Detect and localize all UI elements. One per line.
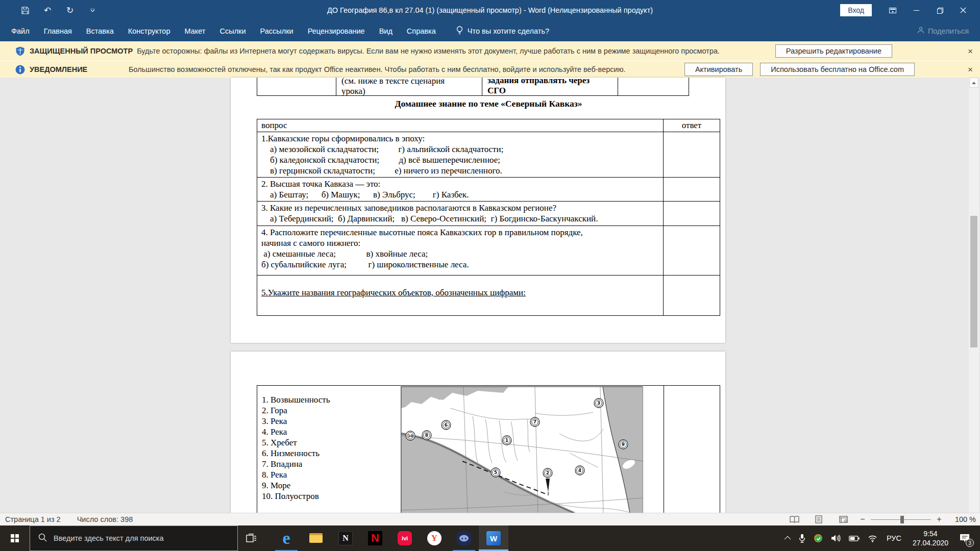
list-item: 3. Река	[262, 416, 330, 427]
list-item: 1. Возвышенность	[262, 394, 330, 405]
redo-icon[interactable]: ↻	[65, 6, 75, 15]
ribbon-display-options-icon[interactable]	[881, 0, 904, 20]
undo-icon[interactable]: ↶	[43, 6, 52, 15]
sign-in-button[interactable]: Вход	[840, 4, 872, 16]
hidden-icons-chevron-icon[interactable]	[782, 525, 795, 551]
ribbon-tab-4[interactable]: Макет	[177, 20, 212, 41]
minimize-icon[interactable]	[904, 0, 928, 20]
taskbar-app-notion[interactable]: N	[331, 525, 360, 551]
ribbon-tab-1[interactable]: Главная	[37, 20, 79, 41]
zoom-in-icon[interactable]: +	[932, 515, 946, 524]
question-line: а) мезозойской складчатости; г) альпийск…	[261, 144, 660, 155]
task-view-icon[interactable]	[238, 525, 264, 551]
clock-time: 9:54	[913, 529, 948, 538]
taskbar-clock[interactable]: 9:54 27.04.2020	[906, 529, 954, 547]
taskbar-app-ivi[interactable]: ivi	[390, 525, 420, 551]
restore-icon[interactable]	[928, 0, 951, 20]
taskbar-app-netflix[interactable]: N	[360, 525, 390, 551]
ribbon-tab-row: ФайлГлавнаяВставкаКонструкторМакетСсылки…	[0, 20, 980, 41]
question-line	[261, 298, 660, 309]
message-bar-buttons: Разрешить редактирование	[775, 44, 892, 58]
web-layout-icon[interactable]	[831, 513, 855, 525]
scrollbar-thumb[interactable]	[970, 216, 977, 347]
document-page-2: 1. Возвышенность2. Гора3. Река4. Река5. …	[231, 352, 725, 513]
list-item: 9. Море	[262, 480, 330, 491]
start-button[interactable]	[0, 525, 30, 551]
tell-me-box[interactable]: Что вы хотите сделать?	[456, 26, 549, 36]
taskbar-app-edge[interactable]: e	[272, 525, 301, 551]
map-marker-8: 8	[422, 431, 431, 440]
map-marker-9: 9	[619, 440, 628, 449]
list-item: 5. Хребет	[262, 437, 330, 448]
taskbar-search-input[interactable]: Введите здесь текст для поиска	[30, 525, 238, 551]
message-bar-button[interactable]: Разрешить редактирование	[775, 44, 892, 58]
ribbon-tab-6[interactable]: Рассылки	[253, 20, 301, 41]
action-center-icon[interactable]: 3	[954, 525, 978, 551]
customize-qat-icon[interactable]	[88, 6, 97, 15]
close-icon[interactable]	[951, 0, 975, 20]
word-icon: W	[486, 531, 501, 545]
share-label: Поделиться	[928, 27, 969, 35]
list-item: 7. Впадина	[262, 459, 330, 469]
close-icon[interactable]: ×	[968, 47, 973, 56]
microphone-icon[interactable]	[795, 525, 810, 551]
wifi-icon[interactable]	[864, 525, 881, 551]
word-count[interactable]: Число слов: 398	[77, 515, 133, 523]
ribbon-tab-file[interactable]: Файл	[4, 20, 37, 41]
quiz-row: 1.Кавказские горы сформировались в эпоху…	[257, 132, 720, 178]
document-page-1: (см. ниже в тексте сценария урока) задан…	[231, 78, 725, 343]
window-title: ДО География 86,в кл 27.04 (1) (защищенн…	[0, 0, 980, 20]
question-line: 5.Укажите названия географических объект…	[261, 287, 660, 298]
zoom-out-icon[interactable]: −	[855, 515, 870, 524]
ribbon-tab-3[interactable]: Конструктор	[121, 20, 178, 41]
svg-text:10: 10	[408, 434, 413, 438]
message-bar-button[interactable]: Использовать бесплатно на Office.com	[760, 63, 915, 76]
scroll-up-icon[interactable]	[969, 78, 978, 88]
volume-icon[interactable]	[827, 525, 845, 551]
answer-cell	[664, 276, 720, 315]
language-indicator[interactable]: РУС	[881, 534, 906, 542]
map-marker-7: 7	[530, 417, 540, 427]
svg-text:7: 7	[533, 419, 536, 424]
answer-cell	[664, 226, 720, 275]
svg-text:8: 8	[425, 433, 428, 438]
taskbar-app-discord[interactable]	[449, 525, 479, 551]
message-bar-button[interactable]: Активировать	[684, 63, 753, 76]
ribbon-tab-8[interactable]: Вид	[372, 20, 400, 41]
ribbon-tab-7[interactable]: Рецензирование	[301, 20, 372, 41]
search-icon	[38, 533, 47, 543]
message-bar-text: Большинство возможностей отключены, так …	[129, 65, 626, 73]
print-layout-icon[interactable]	[806, 513, 831, 525]
vertical-scrollbar[interactable]	[969, 78, 979, 513]
close-icon[interactable]: ×	[968, 65, 973, 74]
info-icon	[15, 64, 25, 74]
save-icon[interactable]	[20, 6, 30, 15]
message-bars: ЗАЩИЩЕННЫЙ ПРОСМОТРБудьте осторожны: фай…	[0, 41, 980, 78]
ribbon-tab-9[interactable]: Справка	[400, 20, 443, 41]
list-item: 10. Полуостров	[262, 491, 330, 502]
taskbar-app-explorer[interactable]	[301, 525, 331, 551]
system-tray: РУС 9:54 27.04.2020 3	[782, 525, 980, 551]
read-mode-icon[interactable]	[782, 513, 806, 525]
share-button[interactable]: Поделиться	[917, 27, 969, 35]
ribbon-tab-2[interactable]: Вставка	[79, 20, 121, 41]
antivirus-icon[interactable]	[810, 525, 827, 551]
status-left: Страница 1 из 2 Число слов: 398	[5, 513, 133, 525]
quick-access-toolbar: ↶ ↻	[20, 0, 97, 20]
ribbon-tab-5[interactable]: Ссылки	[213, 20, 253, 41]
page-indicator[interactable]: Страница 1 из 2	[5, 515, 61, 523]
map-marker-1: 1	[502, 436, 511, 445]
taskbar-app-word[interactable]: W	[479, 525, 508, 551]
lightbulb-icon	[456, 26, 463, 36]
message-bar-title: ЗАЩИЩЕННЫЙ ПРОСМОТР	[30, 47, 133, 55]
question-cell: 5.Укажите названия географических объект…	[257, 276, 664, 315]
message-bar-buttons: АктивироватьИспользовать бесплатно на Of…	[684, 63, 915, 76]
battery-icon[interactable]	[845, 525, 864, 551]
edge-icon: e	[279, 531, 293, 545]
title-bar: ↶ ↻ ДО География 86,в кл 27.04 (1) (защи…	[0, 0, 980, 20]
taskbar-app-yandex[interactable]: Y	[420, 525, 449, 551]
zoom-slider-thumb[interactable]	[900, 516, 904, 523]
zoom-level[interactable]: 100 %	[946, 515, 976, 523]
map-marker-4: 4	[575, 466, 584, 475]
zoom-slider[interactable]	[871, 519, 931, 520]
